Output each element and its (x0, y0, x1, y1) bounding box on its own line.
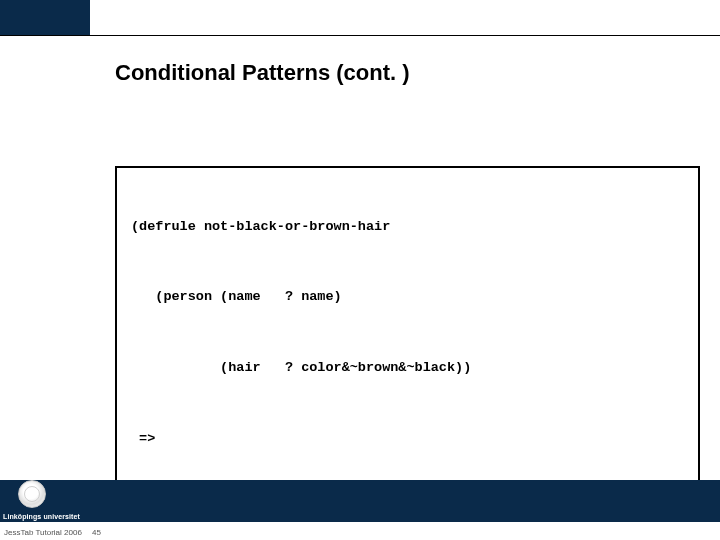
footer-tutorial-label: JessTab Tutorial 2006 (4, 528, 82, 537)
slide-title: Conditional Patterns (cont. ) (115, 60, 700, 86)
header-accent-bar (0, 0, 90, 35)
top-divider (0, 35, 720, 36)
code-line: (hair ? color&~brown&~black)) (131, 359, 684, 378)
footer-page-number: 45 (92, 528, 101, 537)
code-line: (defrule not-black-or-brown-hair (131, 218, 684, 237)
code-line: (person (name ? name) (131, 288, 684, 307)
slide-content: Conditional Patterns (cont. ) (defrule n… (115, 60, 700, 540)
code-line: => (131, 430, 684, 449)
university-name: Linköpings universitet (3, 513, 80, 520)
footer-bar (0, 480, 720, 522)
footer: JessTab Tutorial 2006 45 (0, 522, 720, 540)
university-seal-icon (18, 480, 46, 508)
